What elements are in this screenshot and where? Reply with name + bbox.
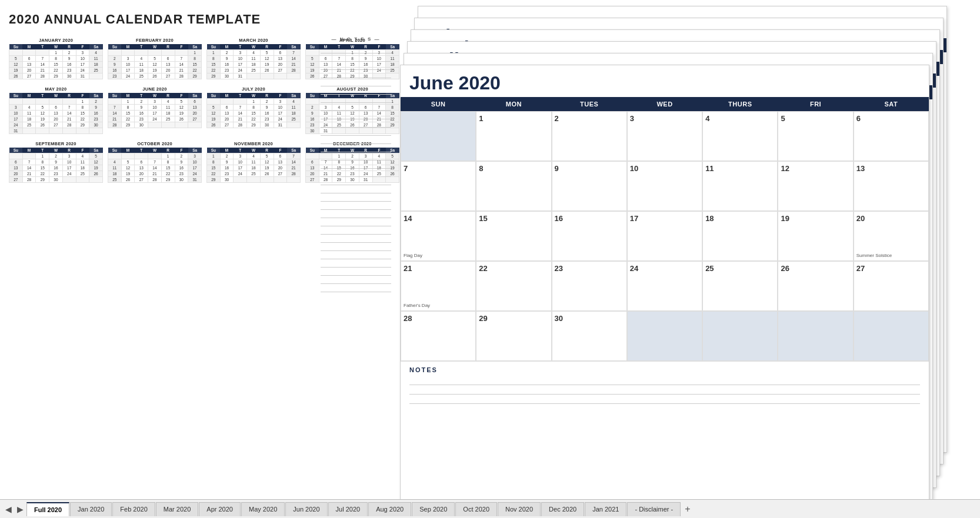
tab-disclaimer[interactable]: - Disclaimer - bbox=[627, 502, 681, 516]
june-cell-1: 1 bbox=[476, 111, 551, 161]
mini-month-oct: OCTOBER 2020 SuMTWRFSa 123 45678910 1112… bbox=[108, 141, 202, 183]
tab-nov-2020[interactable]: Nov 2020 bbox=[498, 502, 541, 516]
tab-sep-2020[interactable]: Sep 2020 bbox=[412, 502, 455, 516]
june-header-sun: SUN bbox=[401, 97, 476, 111]
fathers-day-label: Father's Day bbox=[404, 303, 430, 308]
june-cell-4: 4 bbox=[702, 111, 778, 161]
june-header-sat: SAT bbox=[854, 97, 929, 111]
page-june: June 2020 SUN MON TUES WED THURS FRI SAT… bbox=[400, 65, 929, 499]
tab-oct-2020[interactable]: Oct 2020 bbox=[455, 502, 497, 516]
mini-month-jun: JUNE 2020 SuMTWRFSa 123456 78910111213 1… bbox=[108, 86, 202, 134]
tab-jul-2020[interactable]: Jul 2020 bbox=[328, 502, 368, 516]
mini-month-jul: JULY 2020 SuMTWRFSa 1234 567891011 12131… bbox=[206, 86, 301, 134]
tab-mar-2020[interactable]: Mar 2020 bbox=[156, 502, 198, 516]
tab-add-button[interactable]: + bbox=[681, 504, 694, 514]
stacked-pages: January 2020 SUN MON TUES WED THURS FRI … bbox=[400, 6, 959, 499]
june-cell-11: 11 bbox=[702, 161, 778, 211]
june-header-row: SUN MON TUES WED THURS FRI SAT bbox=[401, 97, 929, 111]
june-week4: 21Father's Day 22 23 24 25 26 27 bbox=[401, 261, 929, 311]
june-header-wed: WED bbox=[627, 97, 702, 111]
june-cell-3: 3 bbox=[627, 111, 702, 161]
june-cell-5: 5 bbox=[778, 111, 853, 161]
june-empty4 bbox=[778, 311, 853, 361]
june-cell-10: 10 bbox=[627, 161, 702, 211]
tab-nav-left[interactable]: ◀ bbox=[3, 504, 14, 514]
mini-month-may: MAY 2020 SuMTWRFSa 12 3456789 1011121314… bbox=[9, 86, 103, 134]
mini-month-jan: JANUARY 2020 SuMTWRFSa 1234 567891011 12… bbox=[9, 38, 103, 79]
june-cell-6: 6 bbox=[854, 111, 929, 161]
notes-section: — N O T E S — bbox=[321, 36, 391, 292]
june-header-thurs: THURS bbox=[702, 97, 778, 111]
june-week1: 1 2 3 4 5 6 bbox=[401, 111, 929, 161]
mini-month-sep: SEPTEMBER 2020 SuMTWRFSa 12345 678910111… bbox=[9, 141, 103, 183]
june-cell-24: 24 bbox=[627, 261, 702, 311]
june-cell-8: 8 bbox=[476, 161, 551, 211]
june-cell-empty1 bbox=[401, 111, 476, 161]
tab-apr-2020[interactable]: Apr 2020 bbox=[199, 502, 241, 516]
june-cell-25: 25 bbox=[702, 261, 778, 311]
june-week3: 14Flag Day 15 16 17 18 19 20Summer Solst… bbox=[401, 211, 929, 261]
tab-full-2020[interactable]: Full 2020 bbox=[26, 502, 69, 516]
june-header-mon: MON bbox=[476, 97, 551, 111]
june-cell-26: 26 bbox=[778, 261, 853, 311]
june-empty5 bbox=[854, 311, 929, 361]
jun-title: June 2020 bbox=[401, 65, 929, 97]
tab-feb-2020[interactable]: Feb 2020 bbox=[112, 502, 155, 516]
june-cell-12: 12 bbox=[778, 161, 853, 211]
june-cell-14: 14Flag Day bbox=[401, 211, 476, 261]
june-empty3 bbox=[702, 311, 778, 361]
june-cell-21: 21Father's Day bbox=[401, 261, 476, 311]
june-cell-27: 27 bbox=[854, 261, 929, 311]
mini-month-feb: FEBRUARY 2020 SuMTWRFSa 1 2345678 910111… bbox=[108, 38, 202, 79]
june-week2: 7 8 9 10 11 12 13 bbox=[401, 161, 929, 211]
june-cell-16: 16 bbox=[552, 211, 627, 261]
flag-day-label: Flag Day bbox=[404, 253, 422, 258]
june-header-tues: TUES bbox=[552, 97, 627, 111]
june-cell-29: 29 bbox=[476, 311, 551, 361]
tab-jan-2021[interactable]: Jan 2021 bbox=[585, 502, 626, 516]
tab-aug-2020[interactable]: Aug 2020 bbox=[368, 502, 411, 516]
june-cell-17: 17 bbox=[627, 211, 702, 261]
june-header-fri: FRI bbox=[778, 97, 853, 111]
june-cell-7: 7 bbox=[401, 161, 476, 211]
june-cell-2: 2 bbox=[552, 111, 627, 161]
june-cell-23: 23 bbox=[552, 261, 627, 311]
mini-month-mar: MARCH 2020 SuMTWRFSa 1234567 89101112131… bbox=[206, 38, 301, 79]
june-cell-19: 19 bbox=[778, 211, 853, 261]
june-empty2 bbox=[627, 311, 702, 361]
mini-month-nov: NOVEMBER 2020 SuMTWRFSa 1234567 89101112… bbox=[206, 141, 301, 183]
june-cell-13: 13 bbox=[854, 161, 929, 211]
tab-bar: ◀ ▶ Full 2020 Jan 2020 Feb 2020 Mar 2020… bbox=[0, 499, 980, 518]
tab-jan-2020[interactable]: Jan 2020 bbox=[70, 502, 112, 516]
tab-nav-right[interactable]: ▶ bbox=[15, 504, 26, 514]
june-cell-18: 18 bbox=[702, 211, 778, 261]
june-notes-area: NOTES bbox=[401, 361, 929, 409]
app-container: 2020 ANNUAL CALENDAR TEMPLATE JANUARY 20… bbox=[0, 0, 980, 518]
notes-header: — N O T E S — bbox=[321, 36, 391, 42]
june-cell-15: 15 bbox=[476, 211, 551, 261]
june-notes-rows bbox=[409, 376, 920, 404]
june-cell-30: 30 bbox=[552, 311, 627, 361]
annual-title: 2020 ANNUAL CALENDAR TEMPLATE bbox=[9, 12, 394, 27]
summer-solstice-label: Summer Solstice bbox=[856, 253, 892, 258]
june-week5: 28 29 30 bbox=[401, 311, 929, 361]
tab-jun-2020[interactable]: Jun 2020 bbox=[285, 502, 327, 516]
notes-lines bbox=[321, 45, 391, 292]
june-cell-28: 28 bbox=[401, 311, 476, 361]
june-cell-20: 20Summer Solstice bbox=[854, 211, 929, 261]
tab-may-2020[interactable]: May 2020 bbox=[241, 502, 285, 516]
june-cell-22: 22 bbox=[476, 261, 551, 311]
annual-view: 2020 ANNUAL CALENDAR TEMPLATE JANUARY 20… bbox=[0, 0, 400, 476]
june-cell-9: 9 bbox=[552, 161, 627, 211]
june-notes-label: NOTES bbox=[409, 366, 920, 373]
sheet-area: 2020 ANNUAL CALENDAR TEMPLATE JANUARY 20… bbox=[0, 0, 980, 499]
tab-dec-2020[interactable]: Dec 2020 bbox=[541, 502, 584, 516]
